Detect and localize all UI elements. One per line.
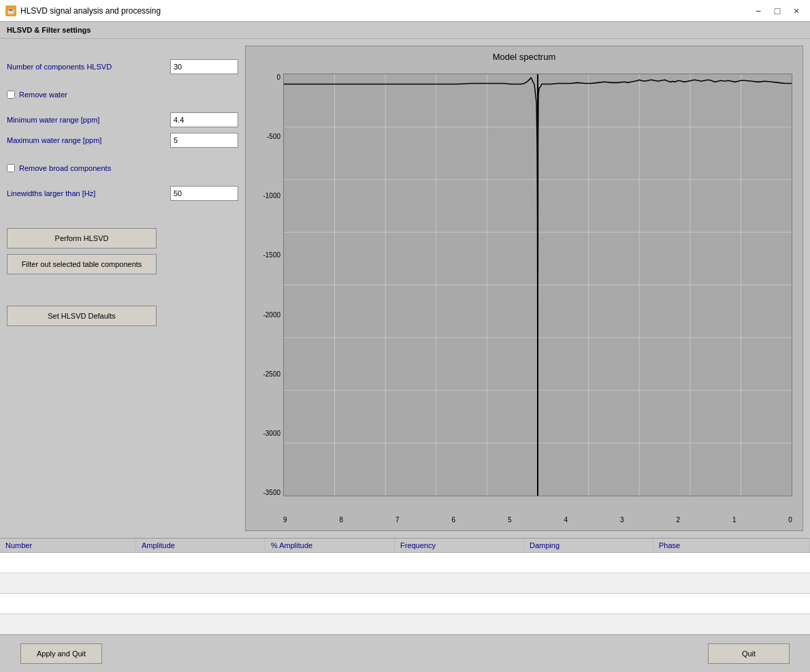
app-icon: ☕ (5, 5, 16, 16)
y-label-500: -500 (267, 133, 280, 140)
apply-quit-button[interactable]: Apply and Quit (20, 643, 102, 664)
linewidths-label: Linewidths larger than [Hz] (7, 189, 165, 197)
main-window: HLSVD & Filter settings Number of compon… (0, 22, 810, 672)
x-axis-labels: 9 8 7 6 5 4 3 2 1 0 (283, 516, 792, 524)
table-row[interactable] (0, 553, 810, 573)
max-water-label: Maximum water range [ppm] (7, 136, 165, 144)
quit-button[interactable]: Quit (708, 643, 790, 664)
num-components-row: Number of components HLSVD (7, 59, 238, 74)
remove-broad-section: Remove broad components (7, 161, 238, 175)
min-water-row: Minimum water range [ppm] (7, 112, 238, 127)
chart-svg (284, 74, 792, 496)
table-row[interactable] (0, 614, 810, 635)
x-label-2: 2 (676, 516, 680, 524)
y-axis-labels: 0 -500 -1000 -1500 -2000 -2500 -3000 -35… (246, 74, 283, 496)
num-components-section: Number of components HLSVD (7, 59, 238, 77)
x-label-3: 3 (620, 516, 624, 524)
table-header: Number Amplitude % Amplitude Frequency D… (0, 539, 810, 553)
table-row[interactable] (0, 573, 810, 594)
table-row[interactable] (0, 594, 810, 614)
x-label-6: 6 (451, 516, 455, 524)
remove-water-row: Remove water (7, 91, 238, 99)
y-label-0: 0 (276, 74, 280, 81)
minimize-button[interactable]: − (750, 4, 766, 18)
maximize-button[interactable]: □ (769, 4, 785, 18)
table-body (0, 553, 810, 635)
y-label-2000: -2000 (263, 311, 280, 319)
chart-area: Model spectrum 0 -500 -1000 -1500 -2000 … (245, 46, 803, 531)
x-label-8: 8 (339, 516, 343, 524)
y-label-3500: -3500 (263, 489, 280, 496)
content-area: Number of components HLSVD Remove water … (0, 39, 810, 538)
perform-hlsvd-button[interactable]: Perform HLSVD (7, 228, 157, 249)
num-components-label: Number of components HLSVD (7, 63, 165, 71)
button-group: Perform HLSVD Filter out selected table … (7, 228, 238, 274)
set-defaults-button[interactable]: Set HLSVD Defaults (7, 306, 157, 326)
water-range-section: Minimum water range [ppm] Maximum water … (7, 112, 238, 150)
remove-water-label: Remove water (19, 91, 67, 99)
col-pct-amplitude: % Amplitude (265, 539, 395, 552)
x-label-9: 9 (283, 516, 287, 524)
max-water-input[interactable] (170, 133, 238, 148)
y-label-1500: -1500 (263, 251, 280, 259)
min-water-input[interactable] (170, 112, 238, 127)
num-components-input[interactable] (170, 59, 238, 74)
chart-title: Model spectrum (246, 46, 803, 67)
linewidths-input[interactable] (170, 186, 238, 201)
x-label-1: 1 (732, 516, 736, 524)
y-label-1000: -1000 (263, 192, 280, 199)
close-button[interactable]: × (788, 4, 805, 18)
window-controls: − □ × (750, 4, 805, 18)
x-label-0: 0 (788, 516, 792, 524)
max-water-row: Maximum water range [ppm] (7, 133, 238, 148)
remove-broad-label: Remove broad components (19, 164, 111, 172)
linewidths-row: Linewidths larger than [Hz] (7, 186, 238, 201)
remove-broad-checkbox[interactable] (7, 164, 15, 172)
col-number: Number (0, 539, 136, 552)
chart-plot (283, 74, 792, 496)
y-label-3000: -3000 (263, 430, 280, 437)
chart-container: Model spectrum 0 -500 -1000 -1500 -2000 … (246, 46, 803, 530)
col-damping: Damping (524, 539, 653, 552)
y-label-2500: -2500 (263, 370, 280, 378)
col-phase: Phase (653, 539, 810, 552)
window-title: HLSVD signal analysis and processing (20, 6, 161, 16)
remove-water-checkbox[interactable] (7, 91, 15, 99)
footer-bar: Apply and Quit Quit (0, 635, 810, 672)
min-water-label: Minimum water range [ppm] (7, 116, 165, 124)
x-label-4: 4 (564, 516, 568, 524)
col-amplitude: Amplitude (136, 539, 265, 552)
col-frequency: Frequency (395, 539, 524, 552)
remove-broad-row: Remove broad components (7, 164, 238, 172)
filter-button[interactable]: Filter out selected table components (7, 254, 157, 274)
linewidths-section: Linewidths larger than [Hz] (7, 186, 238, 204)
section-header: HLSVD & Filter settings (0, 22, 810, 39)
x-label-5: 5 (508, 516, 512, 524)
title-bar: ☕ HLSVD signal analysis and processing −… (0, 0, 810, 22)
bottom-table-area: Number Amplitude % Amplitude Frequency D… (0, 538, 810, 635)
defaults-section: Set HLSVD Defaults (7, 299, 238, 326)
left-panel: Number of components HLSVD Remove water … (7, 46, 238, 531)
x-label-7: 7 (395, 516, 400, 524)
remove-water-section: Remove water (7, 88, 238, 101)
title-bar-left: ☕ HLSVD signal analysis and processing (5, 5, 161, 16)
